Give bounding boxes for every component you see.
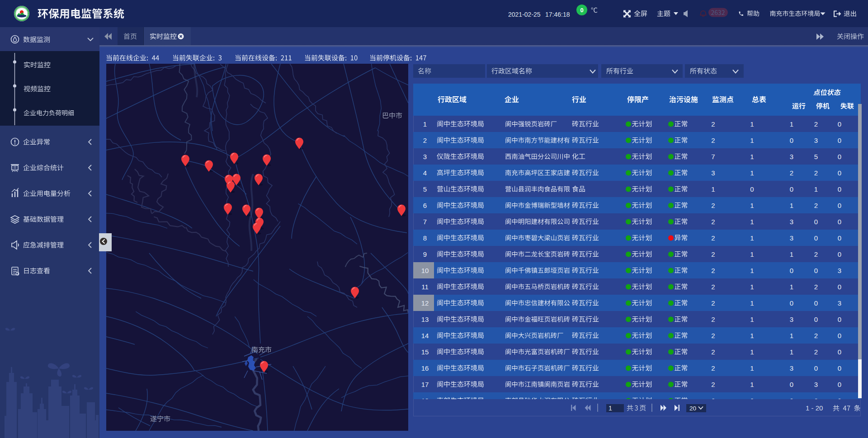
svg-text:0: 0 [838,202,841,209]
svg-text:1: 1 [790,332,793,339]
svg-text:2: 2 [711,364,715,372]
svg-text:2: 2 [711,332,715,339]
svg-text:5: 5 [814,153,818,160]
svg-text:5: 5 [423,185,427,193]
svg-text:7: 7 [423,218,427,226]
svg-text:1: 1 [750,381,754,388]
svg-text:2: 2 [814,169,818,177]
svg-text:0: 0 [838,364,841,372]
svg-text:6: 6 [711,397,715,405]
svg-text:2: 2 [814,332,818,339]
svg-text:2: 2 [711,218,715,226]
svg-text:3: 3 [814,137,818,144]
svg-text:0: 0 [838,348,841,356]
svg-text:1: 1 [750,299,754,307]
svg-text:2: 2 [814,120,818,128]
svg-text:0: 0 [750,185,754,193]
svg-text:2: 2 [814,283,818,291]
svg-text:0: 0 [580,7,583,14]
svg-text:0: 0 [838,381,841,388]
svg-text:1: 1 [750,169,754,177]
svg-text:1: 1 [750,153,754,160]
svg-text:1: 1 [790,202,793,209]
svg-text:1: 1 [750,218,754,226]
svg-text:1: 1 [750,332,754,339]
svg-text:0: 0 [838,185,841,193]
svg-text:1: 1 [750,267,754,274]
svg-text:15: 15 [421,348,429,356]
svg-text:1: 1 [814,185,818,193]
svg-text:1: 1 [750,250,754,258]
svg-text:0: 0 [790,299,793,307]
svg-text:0: 0 [790,137,793,144]
svg-text:1: 1 [750,348,754,356]
svg-text:6: 6 [423,202,427,209]
svg-text:4: 4 [423,169,427,177]
svg-text:13: 13 [421,316,429,323]
svg-text:2: 2 [711,348,715,356]
svg-text:0: 0 [838,332,841,339]
svg-text:0: 0 [790,381,793,388]
svg-text:12: 12 [421,299,429,307]
svg-text:0: 0 [814,218,818,226]
svg-text:0: 0 [838,120,841,128]
svg-text:1: 1 [790,283,793,291]
svg-text:0: 0 [838,316,841,323]
svg-text:2: 2 [814,348,818,356]
svg-text:1: 1 [790,120,793,128]
svg-text:0: 0 [838,250,841,258]
svg-text:2: 2 [711,250,715,258]
svg-text:0: 0 [838,218,841,226]
svg-text:0: 0 [814,299,818,307]
svg-text:2: 2 [711,316,715,323]
svg-text:9: 9 [423,250,427,258]
svg-text:1 - 20: 1 - 20 [806,404,823,412]
svg-text:1: 1 [750,316,754,323]
svg-text:0: 0 [750,397,754,405]
svg-text:2: 2 [711,299,715,307]
svg-text:0: 0 [838,397,841,405]
svg-text:0: 0 [790,397,793,405]
svg-text:0: 0 [790,185,793,193]
svg-text:1: 1 [711,185,715,193]
svg-text:0: 0 [838,137,841,144]
svg-text:2: 2 [711,137,715,144]
svg-text:3: 3 [814,381,818,388]
svg-text:3: 3 [790,153,793,160]
svg-text:6: 6 [814,397,818,405]
svg-text:3: 3 [838,299,841,307]
svg-text:11: 11 [421,283,429,291]
svg-text:2: 2 [814,202,818,209]
svg-text:18: 18 [421,397,429,405]
svg-text:2: 2 [711,381,715,388]
svg-text:0: 0 [814,316,818,323]
svg-text:2: 2 [711,120,715,128]
svg-text:2021-02-25: 2021-02-25 [508,11,541,18]
svg-text:3: 3 [423,153,427,160]
svg-text:0: 0 [838,234,841,242]
svg-text:1: 1 [750,120,754,128]
svg-text:0: 0 [838,153,841,160]
svg-text:1: 1 [609,405,612,412]
svg-text:0: 0 [814,267,818,274]
svg-text:0: 0 [838,283,841,291]
svg-text:1: 1 [423,120,427,128]
svg-text:14: 14 [421,332,429,339]
svg-text:1: 1 [790,250,793,258]
svg-text:3: 3 [790,364,793,372]
svg-text:2: 2 [814,250,818,258]
svg-text:0: 0 [790,267,793,274]
svg-text:2: 2 [790,169,793,177]
svg-text:8: 8 [423,234,427,242]
svg-text:0: 0 [814,234,818,242]
svg-text:1: 1 [750,234,754,242]
svg-text:2: 2 [711,234,715,242]
svg-text:3: 3 [711,169,715,177]
svg-text:2: 2 [423,137,427,144]
svg-text:3: 3 [790,234,793,242]
svg-text:3: 3 [790,218,793,226]
svg-text:2: 2 [711,202,715,209]
svg-text:3: 3 [838,267,841,274]
svg-text:1: 1 [750,364,754,372]
svg-text:2: 2 [711,283,715,291]
